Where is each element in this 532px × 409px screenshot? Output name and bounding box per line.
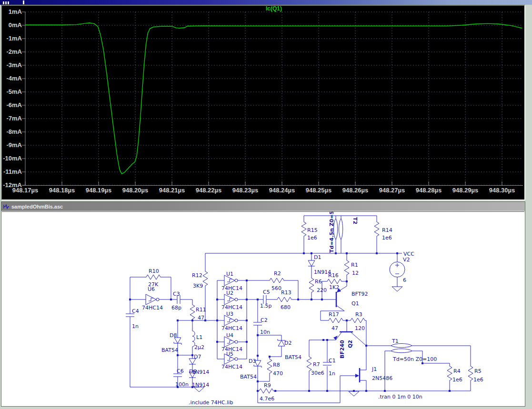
component-L1[interactable]: L1 2µ2 (192, 331, 204, 350)
component-C4[interactable]: C4 1n (126, 308, 139, 329)
ref-label[interactable]: D7 (194, 354, 201, 360)
component-Q1[interactable]: BFT92 Q1 (336, 288, 368, 307)
ref-label[interactable]: R3 (355, 311, 362, 318)
value-label[interactable]: 74HC14 (142, 305, 163, 311)
component-R7[interactable]: R7 30e6 (307, 355, 324, 376)
ref-label[interactable]: C4 (132, 308, 139, 314)
value-label[interactable]: 74HC14 (221, 304, 242, 310)
component-R6[interactable]: R6 220 (309, 277, 327, 294)
value-label[interactable]: Td=50n Z0=100 (392, 356, 437, 362)
component-R11[interactable]: R11 47 (190, 303, 206, 321)
component-U4[interactable]: U4 74HC14 (221, 332, 242, 352)
component-T2[interactable]: T2 Td=4.5n Z0=50 (329, 212, 358, 253)
value-label[interactable]: BFT92 (351, 291, 368, 297)
value-label[interactable]: 6 (403, 277, 406, 283)
ref-label[interactable]: R10 (149, 268, 159, 274)
component-C5[interactable]: C5 1.5p (260, 289, 271, 309)
component-U1[interactable]: U1 74HC14 (221, 271, 242, 291)
value-label[interactable]: 560 (271, 285, 281, 291)
ref-label[interactable]: R9 (264, 382, 271, 389)
trace-ic-q1[interactable] (25, 23, 522, 174)
ref-label[interactable]: V2 (403, 257, 410, 263)
ref-label[interactable]: C5 (263, 289, 270, 295)
ref-label[interactable]: R4 (453, 368, 461, 374)
ref-label[interactable]: U6 (148, 286, 155, 292)
value-label[interactable]: 30e6 (311, 370, 324, 376)
component-R9[interactable]: R9 4.7e6 (258, 382, 275, 402)
component-R17[interactable]: R17 47 (327, 311, 344, 331)
component-C1[interactable]: C1 1n (323, 358, 336, 377)
ref-label[interactable]: D8 (170, 332, 177, 339)
component-J1[interactable]: J1 2N5486 (355, 366, 392, 382)
ref-label[interactable]: R16 (328, 272, 339, 279)
trace-legend[interactable]: Ic(Q1) (266, 6, 282, 12)
ref-label[interactable]: D3 (249, 358, 256, 364)
component-R12[interactable]: R12 3K9 (192, 270, 208, 289)
ref-label[interactable]: U2 (226, 290, 233, 296)
schematic-window[interactable]: sampledOhmBis.asc (1, 201, 525, 407)
value-label[interactable]: 10n (260, 329, 270, 335)
ref-label[interactable]: U5 (226, 351, 233, 357)
ref-label[interactable]: R7 (313, 361, 320, 368)
ref-label[interactable]: R13 (281, 289, 291, 296)
value-label[interactable]: 470 (273, 370, 283, 377)
value-label[interactable]: 1e6 (382, 235, 392, 241)
ref-label[interactable]: R5 (474, 368, 482, 374)
ref-label[interactable]: R6 (315, 279, 322, 285)
component-C6[interactable]: C6 100n (173, 368, 189, 388)
component-U3[interactable]: U3 74HC14 (221, 311, 242, 331)
value-label[interactable]: Td=4.5n Z0=50 (329, 212, 335, 253)
value-label[interactable]: 2N5486 (372, 375, 392, 381)
ref-label[interactable]: R15 (307, 227, 318, 233)
value-label[interactable]: 47 (198, 315, 204, 321)
component-D3[interactable]: D3 BAT54 (240, 358, 261, 380)
value-label[interactable]: 74HC14 (221, 364, 242, 370)
value-label[interactable]: 220 (317, 287, 327, 293)
value-label[interactable]: 68p (171, 305, 181, 311)
ref-label[interactable]: Q2 (347, 340, 353, 348)
component-R5[interactable]: R5 1e6 (468, 365, 483, 383)
component-Q2[interactable]: BF240 Q2 (333, 332, 353, 359)
value-label[interactable]: 1e6 (307, 235, 317, 241)
value-label[interactable]: BF240 (339, 340, 345, 359)
ref-label[interactable]: C3 (173, 291, 180, 297)
app-titlebar[interactable] (0, 0, 532, 5)
component-D2[interactable]: D2 BAT54 (278, 339, 301, 360)
component-R3[interactable]: R3 120 (349, 311, 366, 331)
value-label[interactable]: 12 (352, 270, 359, 276)
value-label[interactable]: 1.5p (260, 303, 271, 309)
value-label[interactable]: 120 (355, 325, 365, 331)
component-D8[interactable]: D8 BAT54 (161, 332, 181, 353)
ref-label[interactable]: T1 (391, 338, 399, 344)
component-U2[interactable]: U2 74HC14 (221, 290, 242, 310)
component-U6[interactable]: U6 74HC14 (142, 286, 163, 311)
component-R13[interactable]: R13 680 (276, 289, 293, 310)
ref-label[interactable]: R2 (274, 270, 281, 277)
component-R8[interactable]: R8 470 (267, 358, 283, 377)
value-label[interactable]: 100n (175, 381, 189, 388)
directive-tran[interactable]: .tran 0 1m 0 10n (378, 394, 422, 400)
value-label[interactable]: 1N914 (192, 382, 209, 388)
ref-label[interactable]: R12 (192, 272, 202, 279)
component-R10[interactable]: R10 27K (145, 268, 162, 288)
value-label[interactable]: 2µ2 (194, 344, 204, 350)
ref-label[interactable]: R17 (329, 311, 339, 318)
value-label[interactable]: 1n (329, 370, 335, 377)
ref-label[interactable]: Q1 (351, 300, 359, 307)
ref-label[interactable]: C1 (329, 358, 336, 364)
component-R1[interactable]: R1 12 (344, 259, 359, 276)
value-label[interactable]: 3K9 (193, 283, 203, 289)
y-axis-labels[interactable]: 1mA 0mA -1mA -2mA -3mA -4mA -5mA -6mA -7… (3, 8, 22, 189)
value-label[interactable]: 47 (331, 325, 338, 331)
ref-label[interactable]: R11 (196, 307, 206, 313)
component-C3[interactable]: C3 68p (171, 291, 181, 311)
component-R4[interactable]: R4 1e6 (447, 365, 462, 383)
component-T1[interactable]: T1 Td=50n Z0=100 (391, 338, 437, 362)
ref-label[interactable]: U3 (226, 311, 233, 317)
ref-label[interactable]: C6 (177, 368, 184, 374)
value-label[interactable]: 680 (281, 304, 291, 310)
component-V2[interactable]: V2 6 (390, 257, 410, 283)
ref-label[interactable]: C2 (261, 317, 268, 323)
ref-label[interactable]: D1 (314, 254, 321, 260)
ref-label[interactable]: R14 (382, 227, 392, 233)
